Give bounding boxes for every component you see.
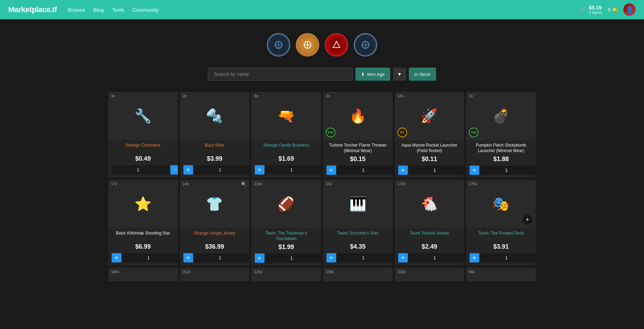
header: Marketplace.tf Browse Blog Tools Communi… [0,0,644,19]
view-button-11[interactable]: 👁 [470,253,479,262]
item-name-6: Basic Killstreak Shooting Star [112,231,174,241]
item-image-area-4: 13x🚀FT [395,92,464,140]
item-actions-7: 👁🛒 [183,253,246,262]
item-card-8: 214x🏈Taunt: The Trackman's Touchdown$1.9… [251,180,321,266]
user-avatar[interactable]: 👤 [623,3,636,16]
item-count-10: 172x [398,182,406,186]
quantity-input-3[interactable] [337,166,393,175]
quantity-input-11[interactable] [480,253,536,262]
item-name-5: Pumpkin Patch Stickybomb Launcher (Minim… [470,143,532,153]
item-image-area-6: 17x⭐ [108,180,178,228]
cart-price: $5.19 [589,4,602,10]
item-image-area-8: 214x🏈 [251,180,321,228]
view-button-2[interactable]: 👁 [255,165,264,175]
notification-count[interactable]: 0 🔔 [608,7,618,12]
avatar-image: 👤 [626,6,633,13]
quantity-input-2[interactable] [265,165,321,175]
item-actions-1: 👁🛒 [183,165,246,175]
item-actions-10: 👁🛒 [398,253,461,262]
cart-count: 3 Items [589,10,602,15]
item-image-area-5: 3x💣MW [466,92,536,140]
item-count-row3-2: 125x [254,270,262,274]
sort-button[interactable]: ⬆ Item Age [355,68,390,81]
sort-icon: ⬆ [361,72,365,77]
platform-dota[interactable] [325,33,348,57]
item-count-6: 17x [111,182,117,186]
item-image-area-row3-1: 312x [180,268,250,281]
view-button-7[interactable]: 👁 [183,253,193,262]
item-name-7: Strange Jungle Jersey [183,231,246,241]
item-count-7: 14x [183,182,189,186]
view-button-6[interactable]: 👁 [112,253,121,262]
nav-community[interactable]: Community [132,7,159,13]
platform-steam-2[interactable] [354,33,377,57]
quantity-input-7[interactable] [194,253,250,262]
platform-tf2[interactable] [296,33,319,57]
item-card-row3-3: 159x [323,268,393,281]
quantity-input-6[interactable] [122,253,178,262]
item-price-7: $36.99 [183,243,246,250]
item-count-5: 3x [469,94,473,98]
view-button-8[interactable]: 👁 [255,253,264,263]
item-image-area-row3-4: 222x [395,268,464,281]
item-name-4: Aqua Marine Rocket Launcher (Field-Teste… [398,143,461,153]
item-card-2: 9x🔫Strange Family Business$1.69👁🛒 [251,92,321,178]
view-button-9[interactable]: 👁 [326,253,336,262]
nav-blog[interactable]: Blog [93,7,104,13]
view-button-3[interactable]: 👁 [326,166,336,175]
item-card-3: 2x🔥MWTurbine Torcher Flame Thrower (Mini… [323,92,393,178]
sort-direction-button[interactable]: ▼ [393,68,406,81]
platform-steam-1[interactable] [267,33,290,57]
quantity-input-8[interactable] [265,253,321,263]
item-image-area-11: 275x🎭+ [466,180,536,228]
search-input[interactable] [208,68,353,81]
logo[interactable]: Marketplace.tf [8,5,57,14]
item-image-2: 🔫 [255,95,318,137]
item-actions-2: 👁🛒 [255,165,318,175]
item-actions-5: 👁🛒 [470,166,532,175]
stock-filter-button[interactable]: In Stock [409,68,436,81]
view-button-4[interactable]: 👁 [398,166,408,175]
item-count-row3-3: 159x [326,270,334,274]
items-grid: 3x🔧Strange Concheror$0.49🛒2x🔩Buzz Killer… [108,92,536,281]
item-image-3: 🔥 [326,95,389,137]
quantity-input-9[interactable] [337,253,393,262]
item-image-10: 🐔 [398,183,461,225]
item-price-11: $3.91 [470,243,532,250]
item-count-9: 13x [326,182,332,186]
main-nav: Browse Blog Tools Community [68,7,579,13]
platform-icons [7,33,637,57]
cart-info[interactable]: 🛒 $5.19 3 Items [579,4,602,15]
item-count-11: 275x [469,182,477,186]
item-image-area-0: 3x🔧 [108,92,178,140]
quantity-input-4[interactable] [409,166,464,175]
item-card-1: 2x🔩Buzz Killer$3.99👁🛒 [180,92,250,178]
item-card-row3-2: 125x [251,268,321,281]
item-more-icon-11: + [523,215,532,225]
quantity-input-0[interactable] [112,165,170,175]
item-card-10: 172x🐔Taunt: Rocket Jockey$2.49👁🛒 [395,180,464,266]
item-card-9: 13x🎹Taunt: Scorcher's Solo$4.35👁🛒 [323,180,393,266]
item-image-area-row3-0: 160x [108,268,178,281]
item-actions-9: 👁🛒 [326,253,389,262]
nav-browse[interactable]: Browse [68,7,85,13]
item-image-0: 🔧 [112,95,174,137]
item-card-11: 275x🎭+Taunt: The Pooped Deck$3.91👁🛒 [466,180,536,266]
quantity-input-1[interactable] [194,165,250,175]
nav-tools[interactable]: Tools [112,7,124,13]
cart-icon: 🛒 [579,6,587,13]
quantity-input-10[interactable] [409,253,464,262]
item-price-3: $0.15 [326,156,389,163]
item-card-0: 3x🔧Strange Concheror$0.49🛒 [108,92,178,178]
item-actions-0: 🛒 [112,165,174,175]
view-button-10[interactable]: 👁 [398,253,408,262]
view-button-1[interactable]: 👁 [183,165,193,175]
item-name-0: Strange Concheror [112,143,174,153]
add-to-cart-button-0[interactable]: 🛒 [170,165,178,175]
quantity-input-5[interactable] [480,166,536,175]
view-button-5[interactable]: 👁 [470,166,479,175]
item-image-1: 🔩 [183,95,246,137]
item-price-5: $1.88 [470,156,532,163]
item-image-7: 👕 [183,183,246,225]
item-image-area-row3-2: 125x [251,268,321,281]
